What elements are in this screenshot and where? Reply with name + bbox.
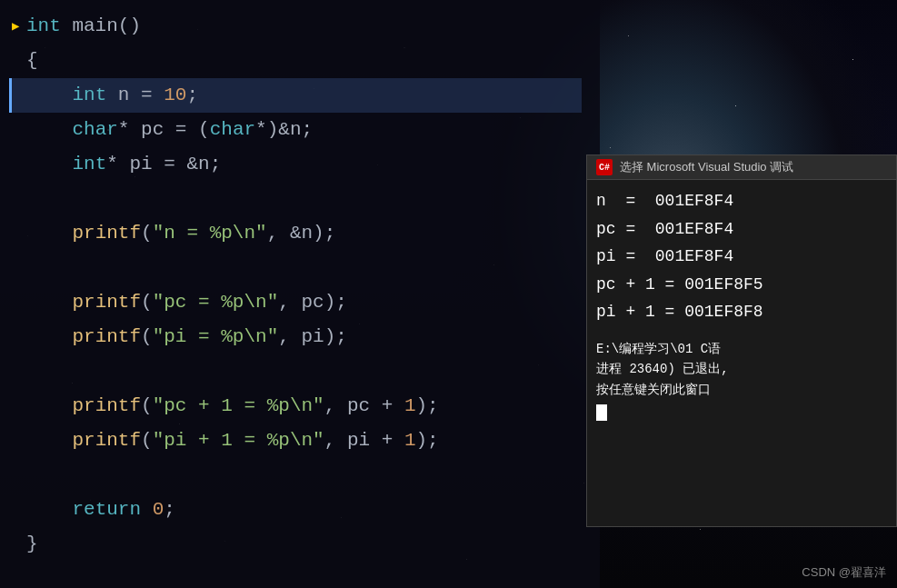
console-titlebar: C# 选择 Microsoft Visual Studio 调试 — [587, 155, 896, 180]
line-int-pi: int* pi = &n; — [9, 147, 582, 182]
line-brace-open: { — [9, 44, 582, 78]
console-footer-line: 按任意键关闭此窗口 — [596, 380, 887, 400]
line-main: ▶int main() — [9, 9, 582, 44]
console-footer: E:\编程学习\01 C语进程 23640) 已退出,按任意键关闭此窗口 — [587, 334, 896, 428]
console-panel[interactable]: C# 选择 Microsoft Visual Studio 调试 n = 001… — [586, 154, 897, 527]
code-area: ▶int main(){ int n = 10; char* pc = (cha… — [0, 0, 600, 571]
line-printf-pc1: printf("pc + 1 = %p\n", pc + 1); — [9, 389, 582, 424]
line-char-pc: char* pc = (char*)&n; — [9, 113, 582, 147]
main-container: ▶int main(){ int n = 10; char* pc = (cha… — [0, 0, 897, 588]
line-empty1 — [9, 182, 582, 216]
line-printf-pi: printf("pi = %p\n", pi); — [9, 320, 582, 354]
console-cursor — [596, 404, 887, 423]
line-empty3 — [9, 354, 582, 389]
console-vs-icon: C# — [596, 159, 613, 175]
code-editor-panel: ▶int main(){ int n = 10; char* pc = (cha… — [0, 0, 600, 588]
watermark: CSDN @翟喜洋 — [802, 564, 886, 581]
console-body: n = 001EF8F4pc = 001EF8F4pi = 001EF8F4pc… — [587, 180, 896, 334]
line-empty4 — [9, 458, 582, 493]
console-title: 选择 Microsoft Visual Studio 调试 — [620, 159, 793, 175]
line-printf-n: printf("n = %p\n", &n); — [9, 216, 582, 251]
console-output-line: pc = 001EF8F4 — [596, 215, 887, 244]
console-output-line: pi + 1 = 001EF8F8 — [596, 298, 887, 326]
console-footer-line: 进程 23640) 已退出, — [596, 359, 887, 379]
line-int-n: int n = 10; — [9, 78, 582, 113]
console-output-line: pc + 1 = 001EF8F5 — [596, 271, 887, 299]
line-printf-pi1: printf("pi + 1 = %p\n", pi + 1); — [9, 424, 582, 458]
console-output-line: n = 001EF8F4 — [596, 187, 887, 215]
console-footer-line: E:\编程学习\01 C语 — [596, 339, 887, 359]
console-output-line: pi = 001EF8F4 — [596, 243, 887, 271]
line-return: return 0; — [9, 493, 582, 527]
line-brace-close: } — [9, 527, 582, 562]
line-printf-pc: printf("pc = %p\n", pc); — [9, 285, 582, 320]
line-empty2 — [9, 251, 582, 285]
